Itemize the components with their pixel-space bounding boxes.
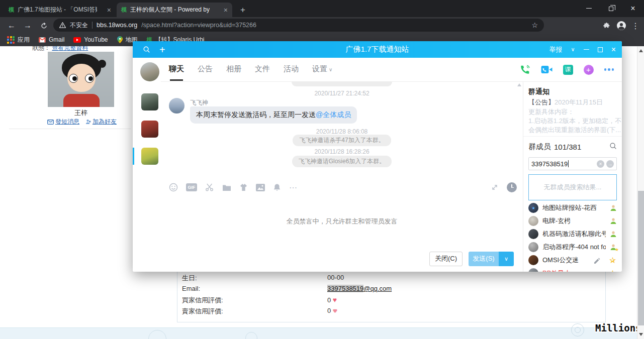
bookmark-gmail[interactable]: Gmail	[39, 36, 64, 43]
tab-files[interactable]: 文件	[255, 64, 270, 75]
group-notice-title[interactable]: 群通知	[528, 87, 549, 96]
member-row[interactable]: 电牌-玄枵	[523, 214, 622, 228]
image-icon[interactable]	[256, 184, 265, 191]
browser-minimize-button[interactable]	[578, 0, 600, 17]
tab-settings[interactable]: 设置∨	[312, 64, 332, 75]
add-friend-link[interactable]: 加為好友	[85, 118, 117, 126]
bookmark-apps[interactable]: 应用	[7, 36, 30, 44]
group-avatar-3[interactable]	[141, 121, 158, 138]
class-icon[interactable]: 课	[563, 65, 573, 75]
member-row-self[interactable]: OMSI公交迷 ★★	[523, 254, 622, 267]
expand-input-icon[interactable]	[491, 183, 499, 191]
reload-icon[interactable]	[37, 19, 50, 32]
member-search-icon[interactable]	[609, 142, 617, 152]
member-avatar	[528, 229, 538, 239]
member-row[interactable]: 启动器程序-404 not fo ★	[523, 241, 622, 254]
file-folder-icon[interactable]	[222, 184, 231, 191]
browser-tab-2[interactable]: 模 王梓的個人空間 - Powered by D ×	[117, 3, 232, 17]
qq-maximize-button[interactable]	[598, 47, 603, 52]
browser-close-button[interactable]: ×	[622, 0, 644, 17]
clear-search-icon[interactable]: ×	[597, 160, 604, 168]
browser-menu-icon[interactable]: ⋮	[629, 19, 642, 32]
send-message-link[interactable]: 發短消息	[47, 118, 79, 126]
bookmark-apps-label: 应用	[18, 36, 30, 44]
section-divider	[523, 136, 622, 137]
announcement-bell-icon[interactable]	[273, 183, 281, 192]
close-chat-button[interactable]: 关闭(C)	[429, 252, 463, 266]
message-bubble: 本周末暂停发送激活码，延至周一发送@全体成员	[190, 106, 357, 124]
tab2-title: 王梓的個人空間 - Powered by D	[130, 6, 210, 14]
member-search-input[interactable]: 3397538519 × →	[528, 157, 617, 170]
tab-announcement[interactable]: 公告	[198, 64, 213, 75]
apps-grid-icon	[7, 36, 15, 44]
table-row-seller-credit: 賣家信用評價: 0 ♥♥	[177, 307, 605, 316]
nudge-shake-icon[interactable]	[239, 183, 248, 191]
group-avatar-1[interactable]	[140, 62, 159, 81]
message-history-clock-icon[interactable]	[507, 182, 517, 192]
member-row[interactable]: 机器码激活请私聊此号	[523, 228, 622, 241]
qq-create-icon[interactable]: +	[159, 45, 165, 55]
qq-titlebar-chevron-icon[interactable]: ∨	[571, 46, 575, 53]
edit-nickname-pencil-icon[interactable]	[593, 257, 600, 264]
forward-icon[interactable]: →	[21, 19, 34, 32]
member-row[interactable]: BB外星人 ★★	[523, 267, 622, 272]
members-label: 群成员	[528, 142, 551, 152]
mention-all-link[interactable]: @全体成员	[316, 110, 351, 119]
group-avatar-4-selected[interactable]	[141, 148, 158, 165]
group-avatar-2[interactable]	[141, 93, 158, 110]
back-icon[interactable]: ←	[5, 19, 18, 32]
email-link[interactable]: 3397538519@qq.com	[327, 285, 392, 292]
qq-header-icons: 课 +	[520, 64, 622, 75]
page-scrollbar[interactable]	[637, 46, 644, 339]
search-go-icon[interactable]: →	[606, 160, 614, 168]
tab-chat[interactable]: 聊天	[169, 64, 184, 75]
maps-pin-icon	[117, 36, 123, 43]
voice-call-icon[interactable]	[520, 64, 530, 75]
group-notice-heading[interactable]: 【公告】2020年11月15日	[528, 98, 603, 107]
person-add-icon	[85, 119, 91, 125]
scroll-up-arrow[interactable]	[639, 49, 643, 52]
scrollbar-thumb[interactable]	[638, 191, 644, 325]
action-button-row: 关闭(C) 发送(S) ∨	[161, 246, 523, 272]
address-bar[interactable]: 不安全 bbs.18wos.org /space.html?action=vie…	[53, 19, 544, 32]
timestamp: 2020/11/27 21:24:52	[314, 90, 369, 97]
send-options-chevron[interactable]: ∨	[499, 252, 514, 266]
sender-name: 飞飞神	[190, 98, 208, 107]
sender-avatar[interactable]	[169, 98, 185, 114]
qq-search-icon[interactable]	[143, 46, 150, 53]
member-row[interactable]: ★ 地图站牌报站-花西	[523, 201, 622, 214]
tab-album[interactable]: 相册	[226, 64, 241, 75]
profile-avatar-icon[interactable]	[615, 19, 628, 32]
chat-scroll-up-icon[interactable]	[517, 83, 521, 86]
tab-activity[interactable]: 活动	[284, 64, 299, 75]
qq-close-button[interactable]: ×	[611, 45, 616, 54]
scroll-down-arrow[interactable]	[639, 333, 643, 336]
member-role-star-icon: ★	[610, 244, 617, 251]
extensions-icon[interactable]	[600, 19, 613, 32]
not-secure-label[interactable]: 不安全	[70, 21, 88, 30]
browser-tab-1[interactable]: 模 广佛1.7地图报站 - 「OMSI答疑 ×	[4, 3, 116, 17]
new-tab-button[interactable]: +	[236, 4, 249, 17]
video-call-icon[interactable]	[541, 65, 553, 74]
send-button[interactable]: 发送(S)	[469, 252, 499, 266]
message-input-area[interactable]: 全员禁言中，只允许群主和管理员发言	[161, 197, 523, 246]
gif-icon[interactable]: GIF	[186, 183, 197, 191]
toolbar-more-icon[interactable]: ⋯	[289, 183, 298, 192]
browser-restore-button[interactable]	[600, 0, 622, 17]
emoji-icon[interactable]	[169, 183, 178, 192]
omnibox-separator	[92, 22, 93, 29]
add-bubble-icon[interactable]: +	[584, 65, 594, 75]
screenshot-scissors-icon[interactable]	[205, 183, 214, 192]
timestamp: 2020/11/28 8:06:08	[316, 128, 368, 135]
screen: 模 广佛1.7地图报站 - 「OMSI答疑 × 模 王梓的個人空間 - Powe…	[0, 0, 644, 339]
bookmark-star-icon[interactable]: ☆	[531, 21, 538, 29]
tab2-close-icon[interactable]: ×	[224, 6, 228, 14]
qq-minimize-button[interactable]	[584, 49, 589, 50]
profile-links: 發短消息 加為好友	[29, 118, 135, 126]
bookmark-youtube[interactable]: YouTube	[73, 36, 108, 43]
not-secure-warning-icon	[59, 22, 66, 28]
tab1-close-icon[interactable]: ×	[107, 6, 111, 14]
more-options-icon[interactable]	[604, 68, 614, 71]
qq-report-button[interactable]: 举报	[549, 45, 563, 54]
back-to-top-button[interactable]	[571, 323, 584, 336]
